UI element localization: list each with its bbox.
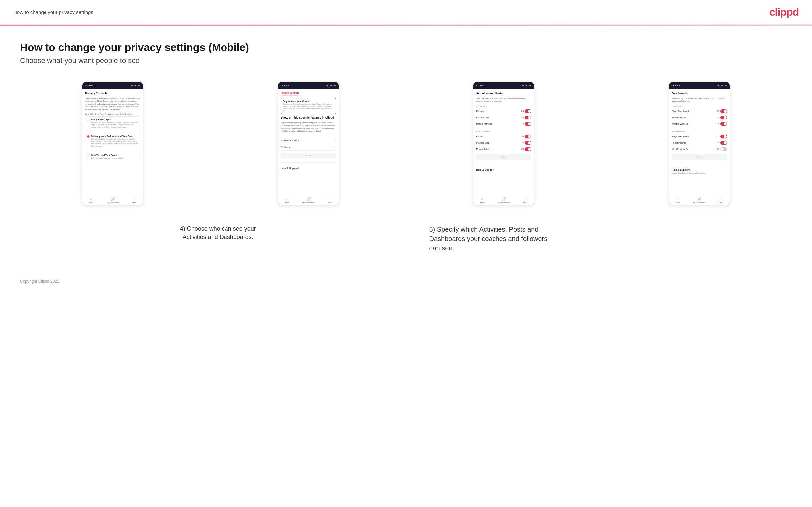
rounds-followers-label: Rounds <box>476 135 483 138</box>
main-content: How to change your privacy settings (Mob… <box>0 25 812 272</box>
nav-menu-label-3: Menu <box>523 202 528 204</box>
manual-coaches-label: Manual Activities <box>476 123 492 125</box>
radio-everyone-title: Everyone on Clippd <box>91 118 139 121</box>
settings-icon[interactable]: ⊕ <box>138 84 141 87</box>
nav-menu-label-4: Menu <box>719 202 723 204</box>
divider-2 <box>281 162 336 163</box>
search-icon-3[interactable]: ⊕ <box>522 84 524 87</box>
toggle-round-insights-followers-control[interactable] <box>720 141 727 145</box>
help-support-4: Help & Support Visit our Clippd communit… <box>671 166 727 176</box>
chevron-left-icon-3: ‹ <box>476 84 476 87</box>
dashboards-row[interactable]: Dashboards › <box>281 144 336 151</box>
rounds-coaches-label: Rounds <box>476 110 483 112</box>
nav-home-4[interactable]: ⌂ Home <box>675 198 680 204</box>
nav-performance-2[interactable]: 📈 My Performance <box>302 198 314 204</box>
radio-coach-only-button[interactable] <box>87 154 89 157</box>
nav-performance-4[interactable]: 📈 My Performance <box>694 198 706 204</box>
radio-everyone[interactable]: Everyone on Clippd Everyone on Clippd ca… <box>85 116 141 130</box>
nav-menu-3[interactable]: ☰ Menu <box>523 198 528 204</box>
help-support-title-2: Help & Support <box>281 167 336 170</box>
privacy-controls-desc: Control how you and your data appears to… <box>85 97 141 111</box>
toggle-rounds-coaches-control[interactable] <box>525 110 531 113</box>
help-support-3: Help & Support <box>476 166 531 174</box>
show-hide-desc: Regardless of the privacy controls that … <box>281 121 336 132</box>
back-button-3[interactable]: ‹ < Back <box>476 84 485 87</box>
settings-icon-2[interactable]: ⊕ <box>334 84 336 87</box>
toggle-drills-followers-control[interactable] <box>525 141 531 145</box>
person-icon[interactable]: ⊕ <box>135 84 137 87</box>
top-bar-title: How to change your privacy settings <box>13 9 93 15</box>
person-icon-4[interactable]: ⊕ <box>721 84 723 87</box>
highlight-desc: Only you and the coaches you connect wit… <box>283 103 334 112</box>
mockup-body-3: Activities and Posts Select the types of… <box>473 89 534 195</box>
nav-performance-3[interactable]: 📈 My Performance <box>498 198 510 204</box>
followers-label-3: FOLLOWERS <box>476 130 531 132</box>
nav-home-3[interactable]: ⌂ Home <box>480 198 484 204</box>
toggle-manual-coaches-control[interactable] <box>525 122 531 126</box>
bottom-nav-3: ⌂ Home 📈 My Performance ☰ Menu <box>473 195 534 205</box>
toggle-manual-followers: Manual Activities ON <box>476 146 531 152</box>
toggle-player-dash-coaches: Player Dashboard ON <box>671 108 727 114</box>
toggle-what-to-work-coaches-control[interactable] <box>720 122 727 126</box>
save-button-3[interactable]: Save <box>476 154 531 160</box>
radio-followers-button[interactable] <box>87 135 89 138</box>
nav-menu-label: Menu <box>132 202 137 204</box>
back-button-4[interactable]: ‹ < Back <box>671 84 680 87</box>
radio-everyone-button[interactable] <box>87 119 89 121</box>
activities-posts-row[interactable]: Activities and Posts › <box>281 137 336 144</box>
settings-icon-3[interactable]: ⊕ <box>529 84 531 87</box>
person-icon-2[interactable]: ⊕ <box>330 84 333 87</box>
chevron-right-icon-activities: › <box>335 139 336 142</box>
mobile-mockup-4: ‹ < Back ⊕ ⊕ ⊕ Dashboards Select the das… <box>668 81 730 206</box>
settings-icon-4[interactable]: ⊕ <box>725 84 727 87</box>
radio-coach-only[interactable]: Only You and Your Coach Only you and the… <box>85 152 141 161</box>
bottom-nav-4: ⌂ Home 📈 My Performance ☰ Menu <box>669 195 730 205</box>
mockup-body-4: Dashboards Select the dashboards that yo… <box>669 89 730 195</box>
nav-performance-1[interactable]: 📈 My Performance <box>107 198 119 204</box>
nav-menu-1[interactable]: ☰ Menu <box>132 198 137 204</box>
coaches-label-4: COACHES <box>671 105 727 107</box>
nav-home-label-3: Home <box>480 202 484 204</box>
divider-4 <box>671 164 727 164</box>
footer: Copyright Clippd 2022 <box>0 272 812 290</box>
caption-group-1: 4) Choose who can see your Activities an… <box>20 225 400 252</box>
toggle-player-dash-followers-control[interactable] <box>720 135 727 138</box>
back-button-2[interactable]: ‹ < Back <box>281 84 289 87</box>
show-hide-title: Show or hide specific features in Clippd <box>281 116 336 119</box>
chevron-right-icon-dashboards: › <box>335 146 336 149</box>
toggle-round-insights-coaches-control[interactable] <box>720 116 727 119</box>
nav-menu-2[interactable]: ☰ Menu <box>328 198 332 204</box>
nav-performance-label: My Performance <box>107 202 119 204</box>
back-button-1[interactable]: ‹ < Back <box>85 84 94 87</box>
menu-icon-2: ☰ <box>328 198 332 201</box>
caption-2: 5) Specify which Activities, Posts and D… <box>429 225 556 252</box>
toggle-player-dash-coaches-control[interactable] <box>720 110 727 113</box>
search-icon-4[interactable]: ⊕ <box>717 84 720 87</box>
search-icon[interactable]: ⊕ <box>131 84 133 87</box>
toggle-what-to-work-followers-control[interactable] <box>720 147 727 151</box>
divider-1 <box>281 135 336 135</box>
nav-menu-4[interactable]: ☰ Menu <box>719 198 723 204</box>
captions-row: 4) Choose who can see your Activities an… <box>20 225 792 252</box>
toggle-manual-followers-control[interactable] <box>525 147 531 151</box>
person-icon-3[interactable]: ⊕ <box>525 84 528 87</box>
nav-home-1[interactable]: ⌂ Home <box>89 198 93 204</box>
privacy-controls-title: Privacy Controls <box>85 92 141 95</box>
mockup-body-1: Privacy Controls Control how you and you… <box>82 89 143 195</box>
save-button-4[interactable]: Save <box>671 154 727 160</box>
radio-followers[interactable]: Only Approved Followers and Your Coach O… <box>85 133 141 149</box>
toggle-rounds-followers-control[interactable] <box>525 135 531 138</box>
coaches-label-3: COACHES <box>476 105 531 107</box>
mobile-mockup-3: ‹ < Back ⊕ ⊕ ⊕ Activities and Posts Sele… <box>473 81 535 206</box>
search-icon-2[interactable]: ⊕ <box>326 84 329 87</box>
nav-home-2[interactable]: ⌂ Home <box>285 198 289 204</box>
radio-coach-only-desc: Only you and the coaches you connect wit… <box>91 157 139 159</box>
mockup-header-1: ‹ < Back ⊕ ⊕ ⊕ <box>82 82 143 89</box>
save-button-2[interactable]: Save <box>281 153 336 158</box>
privacy-controls-tab[interactable]: Privacy Controls <box>281 92 299 95</box>
mockup-header-3: ‹ < Back ⊕ ⊕ ⊕ <box>473 82 534 89</box>
round-insights-followers-label: Round Insights <box>671 142 686 144</box>
toggle-drills-coaches-control[interactable] <box>525 116 531 119</box>
toggle-player-dash-followers: Player Dashboard ON <box>671 133 727 140</box>
dashboards-label: Dashboards <box>281 146 292 148</box>
